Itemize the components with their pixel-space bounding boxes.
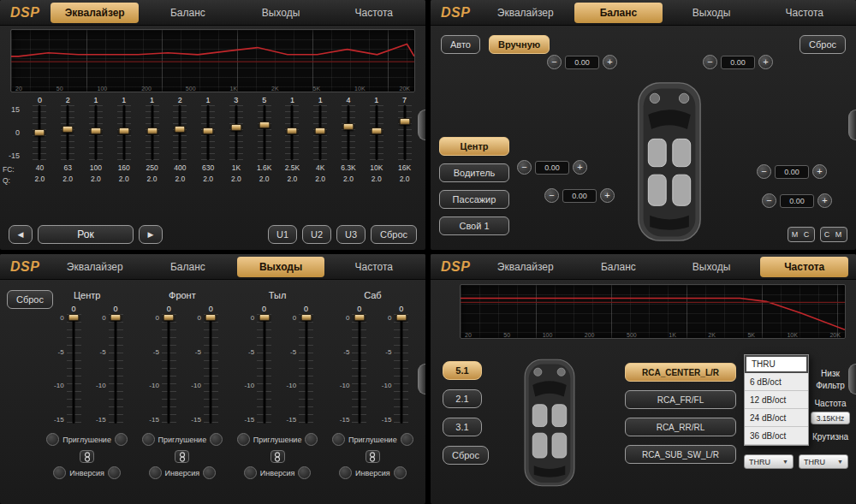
- tab-outputs[interactable]: Выходы: [668, 257, 756, 277]
- mute-toggle-left[interactable]: [46, 433, 59, 446]
- slope-option[interactable]: 12 dB/oct: [745, 391, 808, 409]
- eq-band-slider[interactable]: [229, 105, 243, 160]
- increase-button[interactable]: +: [812, 164, 827, 179]
- mode-2.1-button[interactable]: 2.1: [443, 389, 482, 408]
- mute-toggle-left[interactable]: [332, 433, 345, 446]
- tab-outputs[interactable]: Выходы: [668, 3, 756, 23]
- eq-band-slider[interactable]: [398, 105, 412, 160]
- preset-next-button[interactable]: ▶: [139, 225, 163, 244]
- slope-option[interactable]: THRU: [745, 355, 808, 373]
- tab-equalizer[interactable]: Эквалайзер: [481, 3, 569, 23]
- position-passenger-button[interactable]: Пассажир: [439, 190, 509, 209]
- lpf-select[interactable]: THRU▼: [744, 454, 794, 469]
- frequency-value[interactable]: 3.15KHz: [811, 412, 850, 424]
- eq-slider-knob[interactable]: [342, 123, 354, 130]
- output-level-slider[interactable]: [352, 314, 366, 424]
- output-slider-knob[interactable]: [395, 314, 407, 321]
- increase-button[interactable]: +: [603, 55, 617, 69]
- invert-toggle-right[interactable]: [203, 466, 216, 479]
- output-level-slider[interactable]: [162, 314, 176, 424]
- tab-equalizer[interactable]: Эквалайзер: [481, 257, 569, 277]
- link-channels-button[interactable]: [175, 450, 189, 463]
- eq-band-slider[interactable]: [370, 105, 383, 160]
- output-slider-knob[interactable]: [300, 314, 312, 321]
- channel-button-2[interactable]: RCA_RR/RL: [625, 418, 736, 436]
- mute-toggle-right[interactable]: [401, 433, 413, 446]
- user-preset-2-button[interactable]: U2: [302, 225, 331, 244]
- eq-slider-knob[interactable]: [203, 127, 214, 134]
- eq-slider-knob[interactable]: [34, 129, 45, 136]
- eq-slider-knob[interactable]: [62, 126, 74, 133]
- invert-toggle-right[interactable]: [298, 466, 311, 479]
- decrease-button[interactable]: −: [517, 160, 532, 175]
- drawer-handle[interactable]: [418, 110, 425, 140]
- eq-slider-knob[interactable]: [315, 127, 326, 134]
- eq-band-slider[interactable]: [117, 105, 131, 160]
- user-preset-1-button[interactable]: U1: [268, 225, 297, 244]
- output-level-slider[interactable]: [394, 314, 408, 424]
- link-channels-button[interactable]: [270, 450, 285, 463]
- position-center-button[interactable]: Центр: [439, 137, 509, 156]
- eq-slider-knob[interactable]: [118, 127, 129, 134]
- mc-button[interactable]: M C: [788, 227, 815, 242]
- balance-reset-button[interactable]: Сброс: [800, 35, 846, 54]
- eq-slider-knob[interactable]: [371, 127, 382, 134]
- channel-button-1[interactable]: RCA_FR/FL: [625, 390, 736, 409]
- auto-mode-button[interactable]: Авто: [441, 35, 480, 54]
- output-slider-knob[interactable]: [110, 314, 122, 321]
- tab-frequency[interactable]: Частота: [330, 3, 418, 23]
- mode-3.1-button[interactable]: 3.1: [443, 418, 482, 436]
- eq-band-slider[interactable]: [61, 105, 74, 160]
- position-driver-button[interactable]: Водитель: [439, 163, 509, 182]
- output-slider-knob[interactable]: [68, 314, 80, 321]
- eq-slider-knob[interactable]: [259, 122, 270, 128]
- eq-slider-knob[interactable]: [287, 127, 298, 134]
- eq-slider-knob[interactable]: [399, 118, 410, 125]
- drawer-handle[interactable]: [848, 110, 856, 140]
- output-level-slider[interactable]: [109, 314, 123, 424]
- slope-option[interactable]: 6 dB/oct: [745, 373, 808, 391]
- eq-slider-knob[interactable]: [90, 127, 101, 134]
- drawer-handle[interactable]: [848, 364, 856, 394]
- tab-outputs[interactable]: Выходы: [237, 257, 325, 277]
- increase-button[interactable]: +: [573, 160, 587, 175]
- tab-frequency[interactable]: Частота: [330, 257, 418, 277]
- decrease-button[interactable]: −: [757, 164, 771, 179]
- mode-5.1-button[interactable]: 5.1: [443, 361, 482, 380]
- mute-toggle-right[interactable]: [115, 433, 128, 446]
- eq-band-slider[interactable]: [313, 105, 327, 160]
- preset-prev-button[interactable]: ◀: [9, 225, 33, 244]
- output-slider-knob[interactable]: [163, 314, 175, 321]
- mute-toggle-left[interactable]: [142, 433, 155, 446]
- eq-band-slider[interactable]: [201, 105, 215, 160]
- eq-band-slider[interactable]: [342, 105, 355, 160]
- eq-reset-button[interactable]: Сброс: [371, 225, 417, 244]
- slope-option[interactable]: 24 dB/oct: [745, 409, 808, 427]
- invert-toggle-left[interactable]: [53, 466, 66, 479]
- position-custom-1-button[interactable]: Свой 1: [439, 216, 509, 235]
- user-preset-3-button[interactable]: U3: [336, 225, 366, 244]
- tab-balance[interactable]: Баланс: [574, 3, 663, 23]
- invert-toggle-right[interactable]: [108, 466, 121, 479]
- mute-toggle-left[interactable]: [237, 433, 250, 446]
- mute-toggle-right[interactable]: [305, 433, 318, 446]
- invert-toggle-left[interactable]: [149, 466, 162, 479]
- hpf-select[interactable]: THRU▼: [799, 454, 848, 469]
- outputs-reset-button[interactable]: Сброс: [7, 290, 53, 309]
- eq-slider-knob[interactable]: [230, 124, 241, 131]
- invert-toggle-left[interactable]: [244, 466, 257, 479]
- increase-button[interactable]: +: [600, 188, 615, 203]
- eq-band-slider[interactable]: [33, 105, 46, 160]
- tab-balance[interactable]: Баланс: [144, 257, 232, 277]
- tab-balance[interactable]: Баланс: [574, 257, 663, 277]
- tab-frequency[interactable]: Частота: [760, 3, 848, 23]
- invert-toggle-right[interactable]: [394, 466, 407, 479]
- channel-button-0[interactable]: RCA_CENTER_L/R: [625, 363, 736, 382]
- mute-toggle-right[interactable]: [210, 433, 223, 446]
- invert-toggle-left[interactable]: [339, 466, 352, 479]
- cm-button[interactable]: C M: [820, 227, 847, 242]
- eq-slider-knob[interactable]: [146, 127, 158, 134]
- eq-slider-knob[interactable]: [175, 126, 186, 133]
- eq-band-slider[interactable]: [258, 105, 271, 160]
- decrease-button[interactable]: −: [547, 55, 562, 69]
